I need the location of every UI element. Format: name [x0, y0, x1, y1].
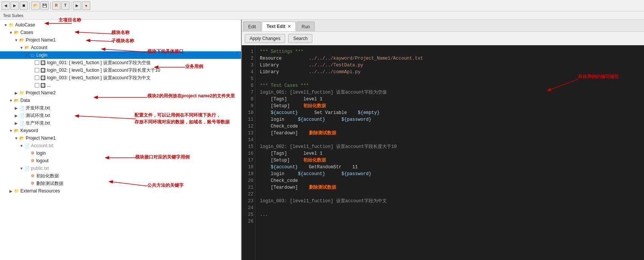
tree-node-account-txt[interactable]: ▼ 📄 Account.txt — [0, 142, 241, 149]
file-icon: 📄 — [24, 143, 30, 149]
node-label: login_001: [ level1_fuction ] 设置account字… — [47, 60, 151, 66]
tree-node-test2[interactable]: 🔲 login_002: [ level1_fuction ] 设置accoun… — [0, 66, 241, 74]
node-label: login_003: [ level1_fuction ] 设置account字… — [47, 75, 151, 81]
toolbar-save-btn[interactable]: 💾 — [40, 2, 49, 10]
test-icon: 🔲 — [40, 60, 46, 66]
tree-node-test-env[interactable]: ▶ 📄 测试环境.txt — [0, 112, 241, 119]
separator-2 — [50, 2, 51, 9]
folder-icon: 📁 — [19, 90, 25, 96]
tree-node-autocase[interactable]: ▼ 📁 AutoCase — [0, 21, 241, 29]
tree-node-kw-logout[interactable]: ⚙ logout — [0, 157, 241, 165]
tree-node-dev-env[interactable]: ▶ 📄 开发环境.txt — [0, 104, 241, 112]
separator-3 — [71, 2, 71, 9]
tree-node-test3[interactable]: 🔲 login_003: [ level1_fuction ] 设置accoun… — [0, 74, 241, 82]
expand-icon[interactable]: ▶ — [14, 114, 19, 118]
expand-icon[interactable]: ▼ — [19, 46, 24, 50]
keyword-icon: ⚙ — [29, 158, 36, 164]
expand-icon[interactable]: ▼ — [8, 31, 14, 35]
node-label: ... — [47, 83, 51, 88]
file-icon: 📄 — [19, 120, 25, 126]
folder-icon: 📂 — [19, 37, 25, 43]
tree-node-account[interactable]: ▼ 📂 Account — [0, 44, 241, 51]
toolbar-forward-btn[interactable]: ▶ — [11, 2, 19, 10]
apply-changes-button[interactable]: Apply Changes — [245, 34, 285, 43]
tree-node-kw-init[interactable]: ⚙ 初始化数据 — [0, 172, 241, 180]
test-checkbox[interactable] — [35, 60, 39, 65]
tab-close-icon[interactable]: ✕ — [287, 24, 291, 29]
node-label: External Resources — [20, 188, 60, 194]
file-icon: 📄 — [24, 165, 30, 171]
node-label: Keyword — [20, 128, 38, 133]
folder-icon: 📂 — [19, 135, 25, 141]
expand-icon[interactable]: ▼ — [3, 23, 8, 27]
tab-text-edit[interactable]: Text Edit ✕ — [262, 22, 296, 31]
test-icon: 🔲 — [40, 82, 46, 88]
tree-container[interactable]: ▼ 📁 AutoCase ▼ 📂 Cases ▼ 📂 Project Name1 — [0, 20, 241, 260]
test-checkbox[interactable] — [35, 68, 39, 72]
keyword-icon: ⚙ — [29, 150, 36, 156]
tree-node-kw-project1[interactable]: ▼ 📂 Project Name1 — [0, 134, 241, 142]
tab-run[interactable]: Run — [297, 22, 315, 31]
folder-icon: 📁 — [8, 22, 14, 28]
expand-icon[interactable]: ▼ — [8, 129, 14, 133]
tree-node-prod-env[interactable]: ▶ 📄 生产环境.txt — [0, 119, 241, 127]
toolbar-back-btn[interactable]: ◀ — [2, 2, 10, 10]
right-panel: Edit Text Edit ✕ Run Apply Changes Searc… — [242, 20, 644, 260]
tree-node-data[interactable]: ▼ 📂 Data — [0, 97, 241, 104]
node-label: logout — [36, 158, 49, 163]
expand-icon[interactable]: ▶ — [14, 91, 19, 95]
keyword-icon: ⚙ — [29, 180, 36, 186]
expand-icon[interactable]: ▼ — [8, 98, 14, 103]
keyword-icon: ⚙ — [29, 173, 36, 179]
node-label: 删除测试数据 — [36, 180, 63, 187]
tree-node-keyword[interactable]: ▼ 📂 Keyword — [0, 127, 241, 134]
expand-icon[interactable]: ▶ — [8, 189, 14, 193]
tree-node-project2[interactable]: ▶ 📁 Project Name2 — [0, 89, 241, 97]
expand-icon[interactable]: ▶ — [14, 121, 19, 125]
node-label: login — [36, 151, 46, 156]
expand-icon[interactable]: ▼ — [24, 53, 29, 57]
toolbar-open-btn[interactable]: 📂 — [31, 2, 40, 10]
folder-icon: 📂 — [14, 97, 20, 103]
toolbar-stop2-btn[interactable]: ● — [82, 2, 90, 10]
node-label: Project Name1 — [26, 135, 56, 141]
expand-icon[interactable]: ▼ — [14, 136, 19, 140]
node-label: login_002: [ level1_fuction ] 设置account字… — [47, 67, 160, 74]
expand-icon[interactable]: ▼ — [19, 144, 24, 148]
test-checkbox[interactable] — [35, 83, 39, 88]
tree-node-public-txt[interactable]: ▼ 📄 public.txt — [0, 165, 241, 172]
node-label: 初始化数据 — [36, 173, 59, 179]
expand-icon[interactable]: ▼ — [14, 38, 19, 42]
folder-icon: 📂 — [24, 45, 30, 51]
node-label: Project Name1 — [26, 37, 56, 43]
tree-node-kw-teardown[interactable]: ⚙ 删除测试数据 — [0, 180, 241, 187]
editor-toolbar: Apply Changes Search — [242, 32, 644, 45]
search-button[interactable]: Search — [288, 34, 312, 43]
tree-node-test1[interactable]: 🔲 login_001: [ level1_fuction ] 设置accoun… — [0, 59, 241, 66]
test-checkbox[interactable] — [35, 75, 39, 80]
tree-node-external[interactable]: ▶ 📁 External Resources — [0, 187, 241, 195]
tree-node-kw-login[interactable]: ⚙ login — [0, 149, 241, 157]
title-bar: Test Suites — [0, 11, 644, 20]
tab-edit-label: Edit — [248, 24, 256, 29]
expand-icon[interactable]: ▶ — [14, 106, 19, 110]
tree-node-login[interactable]: ▼ □ Login — [0, 51, 241, 59]
tree-node-test4[interactable]: 🔲 ... — [0, 82, 241, 89]
toolbar-stop-btn[interactable]: ⏹ — [20, 2, 28, 10]
node-label: 测试环境.txt — [26, 112, 50, 119]
toolbar-r-btn[interactable]: R — [52, 2, 60, 10]
tab-edit[interactable]: Edit — [243, 22, 261, 31]
tree-node-project1[interactable]: ▼ 📂 Project Name1 — [0, 36, 241, 44]
toolbar-run-btn[interactable]: ▶ — [73, 2, 81, 10]
test-icon: 🔲 — [40, 75, 46, 81]
expand-icon[interactable]: ▼ — [19, 166, 24, 171]
node-label: Account — [31, 45, 47, 50]
tree-node-cases[interactable]: ▼ 📂 Cases — [0, 29, 241, 36]
folder-icon: 📂 — [14, 29, 20, 35]
test-icon: 🔲 — [40, 67, 46, 73]
toolbar-t-btn[interactable]: T — [61, 2, 69, 10]
code-area[interactable]: 12345 678910 1112131415 1617181920 21222… — [242, 45, 644, 260]
line-numbers: 12345 678910 1112131415 1617181920 21222… — [242, 45, 255, 260]
code-content[interactable]: *** Settings *** Resource ../../../kaywo… — [255, 45, 644, 260]
tab-run-label: Run — [301, 24, 310, 29]
